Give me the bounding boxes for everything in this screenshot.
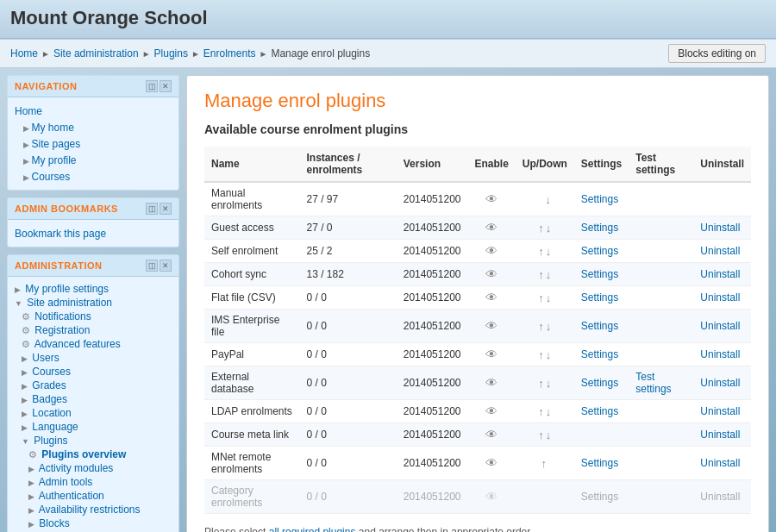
up-arrow-button[interactable]: ↑ <box>541 457 548 470</box>
eye-icon-disabled[interactable]: 👁 <box>485 490 498 504</box>
down-arrow-button[interactable]: ↓ <box>546 268 552 281</box>
blocks-editing-button[interactable]: Blocks editing on <box>668 44 766 63</box>
eye-icon[interactable]: 👁 <box>485 456 498 470</box>
nav-link-home[interactable]: Home <box>15 105 42 117</box>
breadcrumb-home[interactable]: Home <box>10 47 38 59</box>
nav-link-myhome[interactable]: My home <box>32 122 74 134</box>
admin-link-plugins-overview[interactable]: Plugins overview <box>41 448 126 460</box>
eye-icon[interactable]: 👁 <box>485 376 498 390</box>
eye-icon[interactable]: 👁 <box>485 244 498 258</box>
settings-link[interactable]: Settings <box>581 222 618 234</box>
settings-link[interactable]: Settings <box>581 291 618 304</box>
admin-link-plugins[interactable]: Plugins <box>34 435 67 447</box>
plugin-enable[interactable]: 👁 <box>468 240 516 263</box>
down-arrow-button[interactable]: ↓ <box>546 429 552 441</box>
down-arrow-button[interactable]: ↓ <box>546 320 552 333</box>
settings-link[interactable]: Settings <box>581 457 618 469</box>
bookmarks-icon2[interactable]: ✕ <box>160 203 172 215</box>
settings-link[interactable]: Settings <box>581 245 618 257</box>
admin-link-location[interactable]: Location <box>32 407 71 419</box>
uninstall-link[interactable]: Uninstall <box>700 291 740 304</box>
up-arrow-button[interactable]: ↑ <box>538 377 544 390</box>
up-arrow-button[interactable]: ↑ <box>538 405 544 418</box>
up-arrow-button[interactable]: ↑ <box>538 291 544 304</box>
uninstall-link[interactable]: Uninstall <box>700 245 740 257</box>
uninstall-link[interactable]: Uninstall <box>700 348 740 360</box>
settings-link[interactable]: Settings <box>581 320 618 332</box>
admin-link-activity-modules[interactable]: Activity modules <box>39 462 114 474</box>
admin-link-notifications[interactable]: Notifications <box>34 310 91 322</box>
settings-link[interactable]: Settings <box>581 377 618 389</box>
breadcrumb-plugins[interactable]: Plugins <box>154 47 188 59</box>
plugin-enable[interactable]: 👁 <box>468 480 516 514</box>
nav-block-icon1[interactable]: ◫ <box>146 80 158 92</box>
nav-link-myprofile[interactable]: My profile <box>32 154 77 166</box>
uninstall-link[interactable]: Uninstall <box>700 405 740 417</box>
down-arrow-button[interactable]: ↓ <box>546 291 552 304</box>
admin-icon2[interactable]: ✕ <box>160 260 172 272</box>
admin-link-authentication[interactable]: Authentication <box>39 490 104 502</box>
uninstall-link[interactable]: Uninstall <box>700 457 740 469</box>
bookmarks-icon1[interactable]: ◫ <box>146 203 158 215</box>
admin-link-profile-settings[interactable]: My profile settings <box>25 283 109 295</box>
uninstall-link[interactable]: Uninstall <box>700 429 740 441</box>
down-arrow-button[interactable]: ↓ <box>546 245 552 258</box>
admin-link-availability[interactable]: Availability restrictions <box>39 504 141 516</box>
plugin-enable[interactable]: 👁 <box>468 447 516 480</box>
eye-icon[interactable]: 👁 <box>485 221 498 235</box>
up-arrow-button[interactable]: ↑ <box>538 222 544 235</box>
plugin-enable[interactable]: 👁 <box>468 286 516 310</box>
admin-link-grades[interactable]: Grades <box>32 379 66 391</box>
eye-icon[interactable]: 👁 <box>485 319 498 333</box>
down-arrow-button[interactable]: ↓ <box>546 348 552 361</box>
eye-icon[interactable]: 👁 <box>485 192 498 206</box>
admin-icon1[interactable]: ◫ <box>146 260 158 272</box>
admin-link-language[interactable]: Language <box>32 421 78 433</box>
down-arrow-button[interactable]: ↓ <box>546 405 552 418</box>
plugin-enable[interactable]: 👁 <box>468 366 516 400</box>
eye-icon[interactable]: 👁 <box>485 347 498 361</box>
admin-link-admin-tools[interactable]: Admin tools <box>39 476 93 488</box>
admin-link-badges[interactable]: Badges <box>32 393 67 405</box>
eye-icon[interactable]: 👁 <box>485 267 498 281</box>
plugin-enable[interactable]: 👁 <box>468 423 516 447</box>
eye-icon[interactable]: 👁 <box>485 291 498 304</box>
plugin-enable[interactable]: 👁 <box>468 310 516 343</box>
settings-link[interactable]: Settings <box>581 268 618 280</box>
plugin-enable[interactable]: 👁 <box>468 400 516 423</box>
uninstall-link[interactable]: Uninstall <box>700 268 740 280</box>
uninstall-link[interactable]: Uninstall <box>700 377 740 389</box>
admin-link-advanced[interactable]: Advanced features <box>34 338 121 350</box>
admin-link-registration[interactable]: Registration <box>34 324 90 336</box>
eye-icon[interactable]: 👁 <box>485 404 498 418</box>
breadcrumb-site-admin[interactable]: Site administration <box>53 47 139 59</box>
settings-link[interactable]: Settings <box>581 193 618 205</box>
plugin-enable[interactable]: 👁 <box>468 343 516 366</box>
up-arrow-button[interactable]: ↑ <box>538 268 544 281</box>
breadcrumb-enrolments[interactable]: Enrolments <box>203 47 256 59</box>
test-settings-link[interactable]: Test settings <box>635 371 671 395</box>
plugin-enable[interactable]: 👁 <box>468 182 516 216</box>
nav-link-sitepages[interactable]: Site pages <box>32 138 81 150</box>
nav-link-courses[interactable]: Courses <box>32 171 71 183</box>
admin-link-site-admin[interactable]: Site administration <box>27 297 112 309</box>
settings-link[interactable]: Settings <box>581 348 618 360</box>
footer-link[interactable]: all required plugins <box>269 526 356 532</box>
eye-icon[interactable]: 👁 <box>485 428 498 441</box>
down-arrow-button[interactable]: ↓ <box>546 193 552 206</box>
admin-link-blocks[interactable]: Blocks <box>39 517 69 529</box>
uninstall-link[interactable]: Uninstall <box>700 320 740 332</box>
nav-block-icon2[interactable]: ✕ <box>160 80 172 92</box>
up-arrow-button[interactable]: ↑ <box>538 245 544 258</box>
admin-link-users[interactable]: Users <box>32 352 59 364</box>
plugin-enable[interactable]: 👁 <box>468 263 516 286</box>
up-arrow-button[interactable]: ↑ <box>538 348 544 361</box>
settings-link[interactable]: Settings <box>581 405 618 417</box>
uninstall-link[interactable]: Uninstall <box>700 222 740 234</box>
nav-link-bookmark[interactable]: Bookmark this page <box>15 228 106 240</box>
down-arrow-button[interactable]: ↓ <box>546 377 552 390</box>
admin-link-courses[interactable]: Courses <box>32 366 71 378</box>
plugin-enable[interactable]: 👁 <box>468 216 516 240</box>
down-arrow-button[interactable]: ↓ <box>546 222 552 235</box>
up-arrow-button[interactable]: ↑ <box>538 429 544 441</box>
